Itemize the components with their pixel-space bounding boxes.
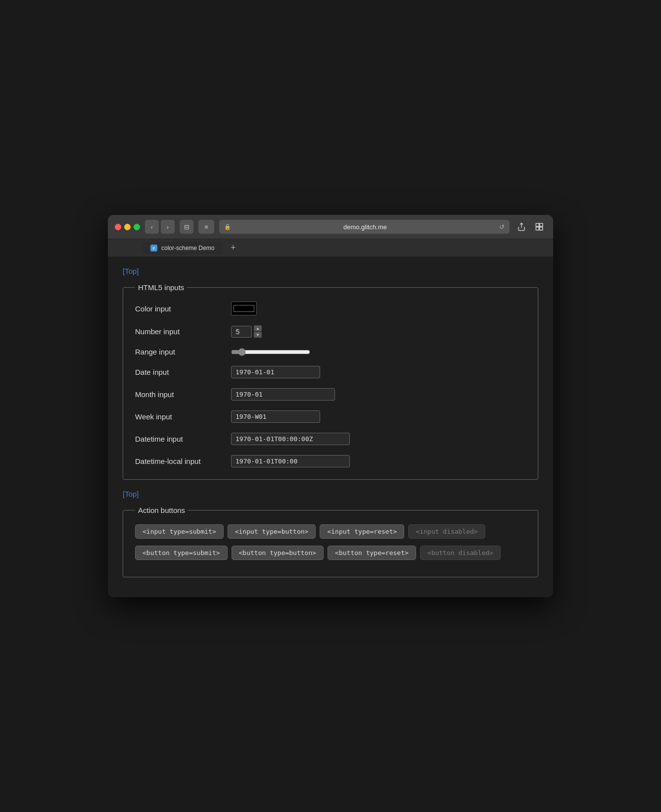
datetime-row: Datetime input xyxy=(135,433,526,445)
input-disabled-button: <input disabled> xyxy=(408,524,485,539)
active-tab[interactable]: c color-scheme Demo xyxy=(142,242,222,254)
color-label: Color input xyxy=(135,304,224,313)
menu-button[interactable]: ≡ xyxy=(198,220,214,234)
svg-rect-3 xyxy=(536,227,539,230)
range-label: Range input xyxy=(135,348,224,356)
svg-rect-2 xyxy=(540,223,543,226)
sidebar-button[interactable]: ⊟ xyxy=(180,220,193,234)
action-buttons-section: Action buttons <input type=submit> <inpu… xyxy=(123,506,538,577)
range-row: Range input xyxy=(135,348,526,356)
html5-legend: HTML5 inputs xyxy=(135,283,187,292)
month-row: Month input xyxy=(135,388,526,401)
number-input-wrapper: ▲ ▼ xyxy=(231,325,262,338)
title-bar: ‹ › ⊟ ≡ 🔒 demo.glitch.me ↺ xyxy=(108,215,553,239)
week-input[interactable] xyxy=(231,410,320,423)
svg-rect-1 xyxy=(536,223,539,226)
address-bar[interactable]: 🔒 demo.glitch.me ↺ xyxy=(219,220,510,234)
date-label: Date input xyxy=(135,368,224,376)
lock-icon: 🔒 xyxy=(224,224,231,230)
week-row: Week input xyxy=(135,410,526,423)
spin-buttons: ▲ ▼ xyxy=(254,325,262,338)
month-input[interactable] xyxy=(231,388,335,401)
datetime-local-label: Datetime-local input xyxy=(135,457,224,465)
button-button-group: <button type=submit> <button type=button… xyxy=(135,546,526,560)
traffic-lights xyxy=(115,224,140,230)
new-tab-button[interactable]: + xyxy=(226,241,240,255)
button-button-button[interactable]: <button type=button> xyxy=(232,546,324,560)
input-submit-button[interactable]: <input type=submit> xyxy=(135,524,224,539)
datetime-input[interactable] xyxy=(231,433,350,445)
forward-button[interactable]: › xyxy=(161,220,175,234)
date-input[interactable] xyxy=(231,366,320,378)
maximize-button[interactable] xyxy=(134,224,140,230)
input-button-button[interactable]: <input type=button> xyxy=(228,524,316,539)
top-link-1[interactable]: [Top] xyxy=(123,267,538,275)
button-disabled-button: <button disabled> xyxy=(420,546,501,560)
datetime-local-input[interactable] xyxy=(231,455,350,467)
month-label: Month input xyxy=(135,390,224,399)
tab-bar: c color-scheme Demo + xyxy=(108,239,553,257)
color-row: Color input xyxy=(135,302,526,315)
action-legend: Action buttons xyxy=(135,506,188,514)
datetime-label: Datetime input xyxy=(135,435,224,443)
nav-buttons: ‹ › xyxy=(145,220,175,234)
spin-down-button[interactable]: ▼ xyxy=(254,332,262,338)
top-link-2[interactable]: [Top] xyxy=(123,490,538,498)
back-button[interactable]: ‹ xyxy=(145,220,159,234)
week-label: Week input xyxy=(135,412,224,421)
share-button[interactable] xyxy=(515,220,528,234)
tab-label: color-scheme Demo xyxy=(161,245,214,252)
reload-button[interactable]: ↺ xyxy=(499,223,505,231)
input-reset-button[interactable]: <input type=reset> xyxy=(320,524,404,539)
button-reset-button[interactable]: <button type=reset> xyxy=(328,546,416,560)
number-label: Number input xyxy=(135,327,224,336)
html5-inputs-section: HTML5 inputs Color input Number input ▲ … xyxy=(123,283,538,480)
new-window-button[interactable] xyxy=(532,220,546,234)
page-content: [Top] HTML5 inputs Color input Number in… xyxy=(108,257,553,597)
datetime-local-row: Datetime-local input xyxy=(135,455,526,467)
toolbar-icons xyxy=(515,220,546,234)
url-text: demo.glitch.me xyxy=(234,223,496,231)
range-input[interactable] xyxy=(231,348,310,356)
close-button[interactable] xyxy=(115,224,121,230)
browser-window: ‹ › ⊟ ≡ 🔒 demo.glitch.me ↺ xyxy=(108,215,553,597)
minimize-button[interactable] xyxy=(124,224,131,230)
input-button-group: <input type=submit> <input type=button> … xyxy=(135,524,526,539)
date-row: Date input xyxy=(135,366,526,378)
color-input[interactable] xyxy=(231,302,257,315)
tab-favicon: c xyxy=(150,245,157,252)
svg-rect-4 xyxy=(540,227,543,230)
number-row: Number input ▲ ▼ xyxy=(135,325,526,338)
button-submit-button[interactable]: <button type=submit> xyxy=(135,546,228,560)
spin-up-button[interactable]: ▲ xyxy=(254,325,262,331)
number-input[interactable] xyxy=(231,326,252,338)
